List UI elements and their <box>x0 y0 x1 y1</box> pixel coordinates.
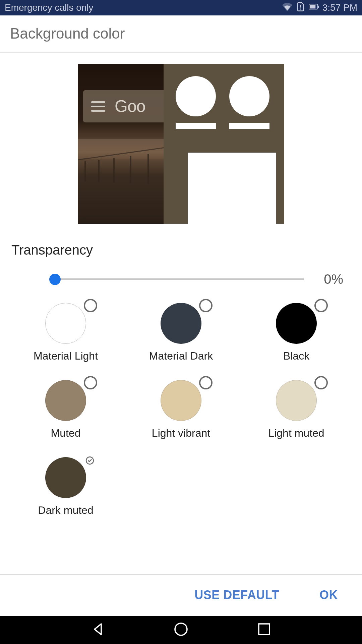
radio-unchecked-icon[interactable] <box>314 376 328 389</box>
transparency-slider[interactable] <box>55 273 304 286</box>
transparency-label: Transparency <box>11 243 351 258</box>
nav-home-icon[interactable] <box>173 621 189 639</box>
color-option[interactable]: Muted <box>8 377 123 442</box>
transparency-section: Transparency 0% <box>0 224 362 287</box>
navigation-bar <box>0 616 362 644</box>
color-swatch <box>45 380 86 421</box>
svg-point-1 <box>300 8 301 9</box>
slider-thumb[interactable] <box>49 274 61 285</box>
color-option[interactable]: Material Dark <box>123 300 239 365</box>
color-option[interactable]: Black <box>239 300 354 365</box>
color-option[interactable]: Dark muted <box>8 454 123 520</box>
status-bar: Emergency calls only 3:57 PM <box>0 0 362 15</box>
page-title: Background color <box>10 25 125 42</box>
radio-unchecked-icon[interactable] <box>84 376 97 389</box>
svg-rect-3 <box>310 5 315 8</box>
color-label: Black <box>283 350 309 362</box>
color-option[interactable]: Light vibrant <box>123 377 239 442</box>
radio-unchecked-icon[interactable] <box>314 299 328 312</box>
preview-search-text: Goo <box>115 97 145 116</box>
svg-point-6 <box>175 623 187 635</box>
preview-container: Goo <box>0 53 362 224</box>
sim-alert-icon <box>296 2 306 14</box>
color-swatch <box>276 303 317 344</box>
footer: USE DEFAULT OK <box>0 574 362 616</box>
color-swatch <box>45 303 86 344</box>
color-swatch <box>161 303 201 344</box>
color-label: Light vibrant <box>152 427 210 439</box>
battery-icon <box>309 2 319 14</box>
status-network-text: Emergency calls only <box>5 2 282 13</box>
radio-checked-icon[interactable] <box>82 453 97 468</box>
color-swatch <box>161 380 201 421</box>
ok-button[interactable]: OK <box>319 588 338 602</box>
nav-recent-icon[interactable] <box>256 621 272 639</box>
color-label: Light muted <box>268 427 324 439</box>
svg-rect-7 <box>259 624 269 635</box>
color-label: Muted <box>51 427 81 439</box>
header: Background color <box>0 15 362 52</box>
color-label: Material Dark <box>149 350 213 362</box>
color-grid: Material LightMaterial DarkBlackMutedLig… <box>0 287 362 520</box>
color-option[interactable]: Light muted <box>239 377 354 442</box>
color-label: Dark muted <box>38 504 93 517</box>
transparency-value: 0% <box>316 272 343 287</box>
status-time: 3:57 PM <box>322 2 357 13</box>
color-label: Material Light <box>34 350 98 362</box>
preview-image: Goo <box>78 64 284 224</box>
color-swatch <box>45 457 86 498</box>
radio-unchecked-icon[interactable] <box>199 376 213 389</box>
radio-unchecked-icon[interactable] <box>199 299 213 312</box>
wifi-icon <box>282 2 292 14</box>
radio-unchecked-icon[interactable] <box>84 299 97 312</box>
color-option[interactable]: Material Light <box>8 300 123 365</box>
status-right: 3:57 PM <box>282 2 357 14</box>
color-swatch <box>276 380 317 421</box>
use-default-button[interactable]: USE DEFAULT <box>194 588 279 602</box>
hamburger-icon <box>91 101 105 112</box>
nav-back-icon[interactable] <box>90 621 106 639</box>
transparency-slider-row: 0% <box>11 272 351 287</box>
svg-rect-4 <box>318 5 319 7</box>
